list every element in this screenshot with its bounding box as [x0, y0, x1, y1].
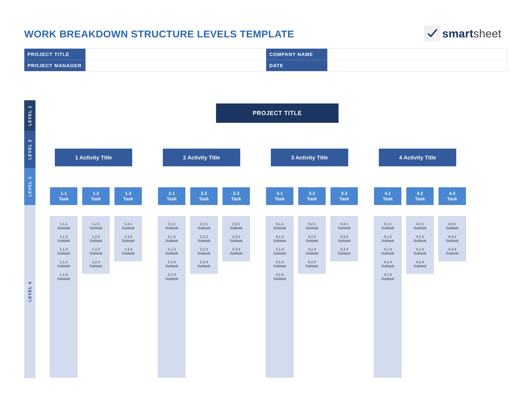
wbs-task: 3.3Task	[331, 187, 358, 205]
wbs-subtask: 1.1.5Subtask	[57, 272, 70, 281]
value-project-title[interactable]	[86, 49, 266, 60]
wbs-subtask: 3.3.2Subtask	[338, 235, 351, 243]
wbs-task: 1.3Task	[114, 187, 142, 205]
wbs-subtask: 3.1.5Subtask	[273, 272, 286, 281]
wbs-subtask: 2.3.2Subtask	[230, 235, 243, 243]
wbs-subtask: 4.3.1Subtask	[446, 222, 459, 230]
wbs-subtask: 3.2.3Subtask	[305, 247, 318, 255]
wbs-subtask: 4.1.2Subtask	[381, 235, 394, 243]
wbs-task: 3.2Task	[298, 187, 326, 205]
wbs-subtask: 1.1.2Subtask	[57, 235, 70, 243]
wbs-subtask: 2.1.5Subtask	[165, 272, 178, 281]
wbs-subtask: 4.2.3Subtask	[414, 247, 427, 255]
value-project-manager[interactable]	[86, 60, 266, 71]
wbs-subtask: 4.2.1Subtask	[414, 222, 427, 230]
wbs-subtask: 1.2.3Subtask	[89, 247, 102, 255]
wbs-subtask-list: 1.3.1Subtask1.3.2Subtask1.3.3Subtask	[114, 216, 142, 261]
wbs-subtask-list: 1.1.1Subtask1.1.2Subtask1.1.3Subtask1.1.…	[50, 216, 77, 377]
wbs-task: 2.2Task	[190, 187, 218, 205]
project-meta-table: PROJECT TITLE COMPANY NAME PROJECT MANAG…	[24, 48, 508, 71]
label-project-title: PROJECT TITLE	[24, 49, 86, 60]
wbs-subtask-list: 4.1.1Subtask4.1.2Subtask4.1.3Subtask4.1.…	[374, 216, 401, 377]
wbs-subtask: 4.2.4Subtask	[414, 260, 427, 268]
wbs-task: 3.1Task	[266, 187, 294, 205]
wbs-subtask: 1.2.4Subtask	[89, 260, 102, 268]
wbs-subtask: 1.2.2Subtask	[89, 235, 102, 243]
wbs-subtask: 1.3.3Subtask	[122, 247, 135, 255]
wbs-subtask: 2.1.3Subtask	[165, 247, 178, 255]
wbs-subtask: 1.3.1Subtask	[122, 222, 135, 230]
wbs-subtask: 2.2.4Subtask	[198, 260, 210, 268]
wbs-subtask: 3.1.1Subtask	[273, 222, 286, 230]
value-date[interactable]	[327, 60, 508, 71]
wbs-subtask: 4.3.2Subtask	[446, 235, 459, 243]
wbs-subtask: 3.1.4Subtask	[273, 260, 286, 268]
wbs-subtask: 1.1.3Subtask	[57, 247, 70, 255]
wbs-task: 4.2Task	[406, 187, 434, 205]
wbs-subtask: 4.2.2Subtask	[414, 235, 427, 243]
wbs-subtask: 4.1.4Subtask	[381, 260, 394, 268]
wbs-subtask: 1.1.4Subtask	[57, 260, 70, 268]
label-company-name: COMPANY NAME	[266, 49, 327, 60]
label-project-manager: PROJECT MANAGER	[24, 60, 86, 71]
page-title: WORK BREAKDOWN STRUCTURE LEVELS TEMPLATE	[24, 28, 508, 40]
wbs-subtask: 2.2.3Subtask	[198, 247, 210, 255]
wbs-subtask-list: 2.1.1Subtask2.1.2Subtask2.1.3Subtask2.1.…	[158, 216, 185, 377]
wbs-subtask: 3.2.1Subtask	[305, 222, 318, 230]
wbs-subtask: 3.3.1Subtask	[338, 222, 351, 230]
wbs-subtask: 3.2.4Subtask	[305, 260, 318, 268]
wbs-subtask: 2.2.1Subtask	[198, 222, 210, 230]
wbs-subtask: 4.1.5Subtask	[381, 272, 394, 281]
wbs-subtask: 4.1.1Subtask	[381, 222, 394, 230]
wbs-task: 1.2Task	[82, 187, 110, 205]
wbs-subtask: 4.1.3Subtask	[381, 247, 394, 255]
level-3-rail: LEVEL 3	[24, 168, 36, 205]
level-1-rail: LEVEL 1	[24, 100, 36, 131]
wbs-subtask: 1.3.2Subtask	[122, 235, 135, 243]
wbs-subtask: 2.1.2Subtask	[165, 235, 178, 243]
wbs-task: 2.3Task	[222, 187, 250, 205]
wbs-task: 4.3Task	[438, 187, 466, 205]
wbs-subtask-list: 4.3.1Subtask4.3.2Subtask4.3.3Subtask	[438, 216, 466, 261]
wbs-activity: 3 Activity Title	[271, 149, 348, 166]
wbs-task: 2.1Task	[158, 187, 185, 205]
wbs-subtask-list: 1.2.1Subtask1.2.2Subtask1.2.3Subtask1.2.…	[82, 216, 110, 274]
level-4-rail: LEVEL 4	[24, 205, 36, 378]
wbs-root: PROJECT TITLE	[216, 103, 339, 123]
wbs-subtask: 3.2.2Subtask	[305, 235, 318, 243]
wbs-subtask-list: 2.3.1Subtask2.3.2Subtask2.3.3Subtask	[222, 216, 250, 261]
wbs-subtask: 1.1.1Subtask	[57, 222, 70, 230]
wbs-subtask: 4.3.3Subtask	[446, 247, 459, 255]
level-2-rail: LEVEL 2	[24, 131, 36, 168]
wbs-subtask: 2.3.3Subtask	[230, 247, 243, 255]
wbs-subtask: 2.1.4Subtask	[165, 260, 178, 268]
wbs-subtask: 2.1.1Subtask	[165, 222, 178, 230]
wbs-activity: 4 Activity Title	[379, 149, 456, 166]
wbs-subtask: 2.2.2Subtask	[198, 235, 210, 243]
wbs-task: 4.1Task	[374, 187, 401, 205]
value-company-name[interactable]	[327, 49, 508, 60]
wbs-task: 1.1Task	[50, 187, 77, 205]
wbs-subtask: 3.3.3Subtask	[338, 247, 351, 255]
wbs-subtask-list: 2.2.1Subtask2.2.2Subtask2.2.3Subtask2.2.…	[190, 216, 218, 274]
wbs-subtask-list: 3.3.1Subtask3.3.2Subtask3.3.3Subtask	[331, 216, 358, 261]
wbs-subtask-list: 3.2.1Subtask3.2.2Subtask3.2.3Subtask3.2.…	[298, 216, 326, 274]
wbs-subtask: 2.3.1Subtask	[230, 222, 243, 230]
wbs-subtask-list: 4.2.1Subtask4.2.2Subtask4.2.3Subtask4.2.…	[406, 216, 434, 274]
wbs-subtask: 1.2.1Subtask	[89, 222, 102, 230]
label-date: DATE	[266, 60, 327, 71]
wbs-subtask: 3.1.2Subtask	[273, 235, 286, 243]
wbs-subtask-list: 3.1.1Subtask3.1.2Subtask3.1.3Subtask3.1.…	[266, 216, 294, 377]
wbs-activity: 2 Activity Title	[163, 149, 240, 166]
wbs-activity: 1 Activity Title	[55, 149, 132, 166]
wbs-subtask: 3.1.3Subtask	[273, 247, 286, 255]
